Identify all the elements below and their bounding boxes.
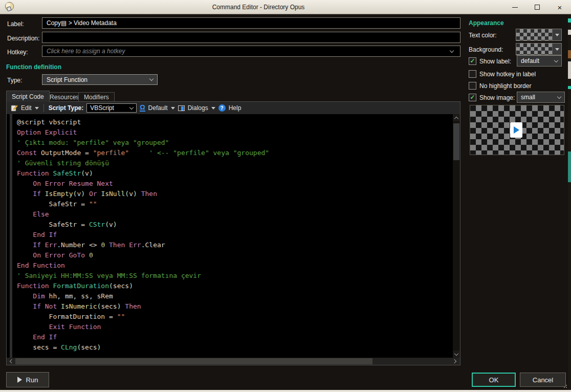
code-line: ' Güvenli string dönüşü <box>17 158 269 168</box>
background-swatch <box>516 43 552 55</box>
scroll-left-icon[interactable] <box>7 358 15 365</box>
background-picker[interactable] <box>516 43 562 55</box>
code-editor[interactable]: @script vbscriptOption Explicit' Çıktı m… <box>7 114 460 358</box>
show-label-row: ✓ Show label: <box>469 57 511 65</box>
code-line: ' Saniyeyi HH:MM:SS veya MM:SS formatına… <box>17 271 269 281</box>
dialogs-dropdown-icon[interactable] <box>211 107 215 110</box>
show-label-select[interactable]: default <box>517 55 562 67</box>
show-label-checkbox[interactable]: ✓ <box>469 57 476 65</box>
minimize-icon[interactable] <box>503 0 526 14</box>
text-color-dropdown-icon[interactable] <box>552 29 561 40</box>
maximize-icon[interactable] <box>526 0 548 14</box>
background-window-bottom <box>0 390 571 392</box>
code-line: SafeStr = CStr(v) <box>17 220 269 230</box>
code-line: If IsEmpty(v) Or IsNull(v) Then <box>17 189 269 199</box>
background-label: Background: <box>469 46 503 53</box>
edit-menu-button[interactable]: Edit <box>21 104 32 112</box>
default-menu-button[interactable]: Default <box>148 104 168 112</box>
no-highlight-row: No highlight border <box>469 82 531 90</box>
code-line: secs = CLng(secs) <box>17 342 269 353</box>
tab-modifiers[interactable]: Modifiers <box>78 92 115 102</box>
show-image-row: ✓ Show image: <box>469 94 515 101</box>
script-type-label: Script Type: <box>49 104 83 112</box>
hotkey-input[interactable] <box>42 46 460 57</box>
code-line: Const OutputMode = "perfile" ' <-- "perf… <box>17 148 269 158</box>
code-line: End If <box>17 332 269 342</box>
image-preview <box>470 105 564 155</box>
show-label-select-value: default <box>521 57 539 64</box>
type-select[interactable]: Script Function <box>42 74 158 85</box>
resize-grip[interactable] <box>562 383 567 388</box>
code-line: @script vbscript <box>17 117 269 127</box>
run-play-icon <box>17 377 22 383</box>
text-color-label: Text color: <box>469 32 497 39</box>
code-lines: @script vbscriptOption Explicit' Çıktı m… <box>7 114 269 353</box>
text-color-swatch <box>516 29 552 40</box>
chevron-down-icon <box>554 58 558 62</box>
code-line: SafeStr = "" <box>17 199 269 209</box>
run-button[interactable]: Run <box>6 372 49 387</box>
description-field-label: Description: <box>7 35 39 42</box>
show-image-select[interactable]: small <box>517 92 565 103</box>
help-icon[interactable]: ? <box>218 104 226 112</box>
play-icon <box>514 126 519 134</box>
edit-pencil-icon <box>11 104 18 112</box>
code-line: ' Çıktı modu: "perfile" veya "grouped" <box>17 138 269 148</box>
show-hotkey-checkbox[interactable] <box>469 70 476 78</box>
reset-default-icon[interactable]: Ω <box>140 104 145 112</box>
code-line: FormatDuration = "" <box>17 312 269 322</box>
background-window-edge <box>568 14 571 390</box>
close-icon[interactable]: × <box>548 0 571 14</box>
ok-button[interactable]: OK <box>472 373 516 387</box>
chevron-down-icon <box>129 105 134 109</box>
tab-script-code[interactable]: Script Code <box>6 91 50 102</box>
text-color-picker[interactable] <box>516 29 562 41</box>
tab-label: Resources <box>50 94 79 101</box>
show-label-text: Show label: <box>479 58 511 65</box>
no-highlight-text: No highlight border <box>479 82 531 90</box>
description-input[interactable] <box>42 32 460 43</box>
show-hotkey-text: Show hotkey in label <box>479 71 536 78</box>
code-line: End If <box>17 230 269 240</box>
chevron-down-icon <box>557 94 561 98</box>
code-line: Function SafeStr(v) <box>17 168 269 179</box>
show-image-checkbox[interactable]: ✓ <box>469 94 476 101</box>
scroll-right-icon[interactable] <box>451 358 459 365</box>
dialogs-menu-button[interactable]: Dialogs <box>188 104 208 112</box>
edit-dropdown-icon[interactable] <box>35 107 39 110</box>
code-line: If Err.Number <> 0 Then Err.Clear <box>17 240 269 250</box>
code-line: On Error Resume Next <box>17 179 269 189</box>
script-editor-frame: Edit Script Type: VBScript Ω Default Dia… <box>6 101 460 365</box>
code-line: End Function <box>17 260 269 271</box>
appearance-header: Appearance <box>469 19 504 27</box>
ok-button-label: OK <box>489 376 499 384</box>
toolbar-separator <box>43 104 44 112</box>
script-type-value: VBScript <box>90 104 114 112</box>
vertical-scrollbar-thumb[interactable] <box>453 123 459 160</box>
editor-toolbar: Edit Script Type: VBScript Ω Default Dia… <box>7 102 460 114</box>
function-definition-header: Function definition <box>6 63 61 71</box>
show-image-select-value: small <box>521 94 535 101</box>
code-line: On Error GoTo 0 <box>17 250 269 260</box>
default-dropdown-icon[interactable] <box>171 107 175 110</box>
cancel-button[interactable]: Cancel <box>520 373 566 387</box>
scroll-up-icon[interactable] <box>453 114 460 121</box>
chevron-down-icon <box>149 77 153 81</box>
type-select-value: Script Function <box>47 76 87 83</box>
help-button[interactable]: Help <box>229 104 241 112</box>
code-line: Option Explicit <box>17 127 269 138</box>
script-type-select[interactable]: VBScript <box>86 103 137 113</box>
no-highlight-checkbox[interactable] <box>469 82 476 90</box>
scroll-down-icon[interactable] <box>453 351 460 358</box>
dialogs-icon[interactable] <box>178 105 185 111</box>
type-label: Type: <box>7 77 22 84</box>
titlebar: Command Editor - Directory Opus × <box>0 0 571 14</box>
label-field-label: Label: <box>7 20 24 28</box>
horizontal-scrollbar[interactable] <box>7 358 460 365</box>
code-line: Exit Function <box>17 322 269 332</box>
vertical-scrollbar[interactable] <box>453 114 460 358</box>
label-input[interactable] <box>42 17 460 29</box>
background-dropdown-icon[interactable] <box>552 43 561 55</box>
horizontal-scrollbar-thumb[interactable] <box>15 358 372 364</box>
code-line: If Not IsNumeric(secs) Then <box>17 301 269 312</box>
